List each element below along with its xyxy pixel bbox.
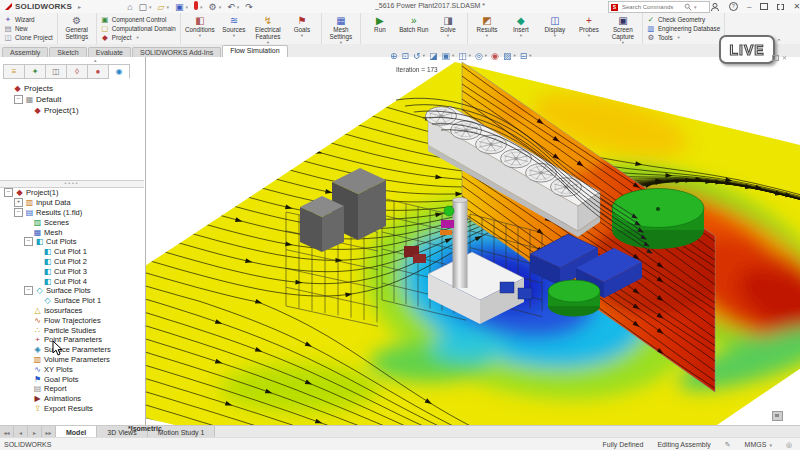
tree-item-surface-parameters[interactable]: ◈Surface Parameters	[2, 345, 142, 355]
panel-tab-featuremanager-design-tree[interactable]: ≡	[3, 64, 25, 79]
tools-button[interactable]: ⚙Tools▾	[647, 33, 720, 42]
panel-tab-configurationmanager[interactable]: ◫	[46, 64, 67, 79]
edit-appearance-icon[interactable]: ◉	[491, 50, 499, 62]
search-options-caret-icon[interactable]: ▾	[694, 4, 697, 10]
dropdown-caret-icon[interactable]: ▾	[237, 4, 240, 10]
collapse-icon[interactable]: –	[14, 208, 23, 217]
electrical-features-button[interactable]: ↯Electrical Features▾	[251, 14, 285, 43]
dropdown-caret-icon[interactable]: ▾	[469, 53, 471, 58]
wizard-button[interactable]: ✦Wizard	[4, 15, 53, 24]
apply-scene-icon[interactable]: ▨	[503, 50, 512, 62]
tree-item-projects[interactable]: ◆Projects	[2, 83, 142, 94]
dropdown-caret-icon[interactable]: ▾	[452, 53, 454, 58]
tab-sketch[interactable]: Sketch	[49, 47, 86, 57]
overlay-close-icon[interactable]: ✕	[782, 54, 787, 61]
collapse-ribbon-icon[interactable]: ⌃	[776, 38, 782, 46]
app-menu[interactable]: SOLIDWORKS ▸	[0, 2, 81, 11]
new-document-icon[interactable]: ▢	[139, 2, 148, 12]
panel-tab-flow-simulation-analysis-tree[interactable]: ◉	[109, 64, 130, 79]
save-icon[interactable]: ▣	[175, 2, 184, 12]
restore-icon[interactable]	[760, 3, 768, 10]
close-icon[interactable]: ✕	[793, 2, 800, 12]
dropdown-caret-icon[interactable]: ▾	[167, 4, 170, 10]
probes-button[interactable]: +Probes▾	[572, 14, 606, 43]
tab-evaluate[interactable]: Evaluate	[88, 47, 131, 57]
panel-tab-displaymanager[interactable]: ●	[88, 64, 109, 79]
run-button[interactable]: ▶Run	[363, 14, 397, 43]
tab-flow-simulation[interactable]: Flow Simulation	[222, 45, 287, 57]
view-orientation-icon[interactable]: ▣	[441, 50, 450, 62]
tree-item-cut-plot-1[interactable]: ◧Cut Plot 1	[2, 247, 142, 257]
undo-icon[interactable]: ↶	[227, 2, 235, 12]
search-commands-box[interactable]: S ▾	[608, 1, 710, 13]
tree-item-project-1[interactable]: ◆Project(1)	[2, 105, 142, 116]
dropdown-caret-icon[interactable]: ▾	[423, 53, 425, 58]
view-settings-icon[interactable]: ⊟	[520, 50, 528, 62]
tree-item-particle-studies[interactable]: ∴Particle Studies	[2, 325, 142, 335]
panel-splitter[interactable]: ••••	[0, 180, 144, 188]
zoom-to-fit-icon[interactable]: ⊕	[390, 50, 398, 62]
tree-item-mesh[interactable]: ▦Mesh	[2, 227, 142, 237]
tree-item-cut-plot-4[interactable]: ◧Cut Plot 4	[2, 276, 142, 286]
viewport-corner-icon[interactable]	[772, 411, 783, 421]
tree-item-surface-plots[interactable]: –◇Surface Plots	[2, 286, 142, 296]
tree-item-report[interactable]: ▤Report	[2, 384, 142, 394]
dropdown-caret-icon[interactable]: ▾	[485, 53, 487, 58]
user-account-icon[interactable]	[710, 2, 720, 12]
graphics-area[interactable]: Y X	[146, 57, 800, 425]
goals-button[interactable]: ⚑Goals▾	[285, 14, 319, 43]
hide-show-items-icon[interactable]: ◎	[475, 50, 483, 62]
tree-item-project-1[interactable]: –◆Project(1)	[2, 188, 142, 198]
previous-view-icon[interactable]: ↺	[413, 50, 421, 62]
record-icon[interactable]	[194, 1, 198, 12]
tree-item-point-parameters[interactable]: +Point Parameters	[2, 335, 142, 345]
collapse-icon[interactable]: –	[24, 237, 33, 246]
panel-tab-propertymanager[interactable]: ✦	[25, 64, 46, 79]
tree-item-cut-plot-3[interactable]: ◧Cut Plot 3	[2, 266, 142, 276]
unit-system-selector[interactable]: MMGS ▾	[745, 441, 772, 448]
panel-tab-dimxpertmanager[interactable]: ◊	[67, 64, 88, 79]
search-icon[interactable]	[684, 3, 692, 11]
tree-item-cut-plots[interactable]: –◧Cut Plots	[2, 237, 142, 247]
new-button[interactable]: ▤New	[4, 24, 53, 33]
tree-item-flow-trajectories[interactable]: ∿Flow Trajectories	[2, 315, 142, 325]
open-document-icon[interactable]: ▱	[158, 2, 165, 12]
dropdown-caret-icon[interactable]: ▾	[200, 4, 203, 10]
redo-icon[interactable]: ↷	[245, 2, 253, 12]
computational-domain-button[interactable]: ▢Computational Domain	[101, 24, 176, 33]
tab-assembly[interactable]: Assembly	[2, 47, 48, 57]
project-button[interactable]: ◆Project▾	[101, 33, 176, 42]
collapse-icon[interactable]: –	[24, 286, 33, 295]
tree-item-animations[interactable]: ▶Animations	[2, 394, 142, 404]
section-view-icon[interactable]: ◪	[429, 50, 438, 62]
search-input[interactable]	[620, 3, 682, 11]
conditions-button[interactable]: ◧Conditions▾	[183, 14, 217, 43]
dropdown-caret-icon[interactable]: ▾	[186, 4, 189, 10]
tree-item-results-1-fld[interactable]: –▤Results (1.fld)	[2, 208, 142, 218]
tree-item-default[interactable]: –▦Default	[2, 94, 142, 105]
overlay-popout-icon[interactable]	[772, 55, 779, 61]
general-settings-button[interactable]: ⚙General Settings	[60, 14, 94, 43]
dropdown-caret-icon[interactable]: ▾	[219, 4, 222, 10]
tree-item-isosurfaces[interactable]: △Isosurfaces	[2, 306, 142, 316]
batch-run-button[interactable]: »Batch Run	[397, 14, 431, 43]
tree-item-input-data[interactable]: +▥Input Data	[2, 198, 142, 208]
engineering-database-button[interactable]: ▥Engineering Database	[647, 24, 720, 33]
dropdown-caret-icon[interactable]: ▾	[513, 53, 515, 58]
display-button[interactable]: ◫Display▾	[538, 14, 572, 43]
tab-solidworks-add-ins[interactable]: SOLIDWORKS Add-Ins	[132, 47, 221, 57]
home-icon[interactable]: ⌂	[127, 2, 132, 12]
tree-item-xy-plots[interactable]: ∿XY Plots	[2, 364, 142, 374]
dropdown-caret-icon[interactable]: ▾	[149, 4, 152, 10]
insert-button[interactable]: ◆Insert▾	[504, 14, 538, 43]
panel-collapse-icon[interactable]: ▴	[94, 57, 97, 63]
zoom-to-area-icon[interactable]: ⊡	[402, 50, 410, 62]
tree-item-scenes[interactable]: ▨Scenes	[2, 217, 142, 227]
tree-item-goal-plots[interactable]: ⚑Goal Plots	[2, 374, 142, 384]
tree-item-cut-plot-2[interactable]: ◧Cut Plot 2	[2, 257, 142, 267]
options-icon[interactable]: ⚙	[209, 2, 217, 12]
solve-button[interactable]: ◨Solve▾	[431, 14, 465, 43]
help-icon[interactable]: ?	[729, 2, 738, 11]
menu-expand-icon[interactable]: ▸	[78, 3, 81, 10]
expand-icon[interactable]: +	[14, 198, 23, 207]
